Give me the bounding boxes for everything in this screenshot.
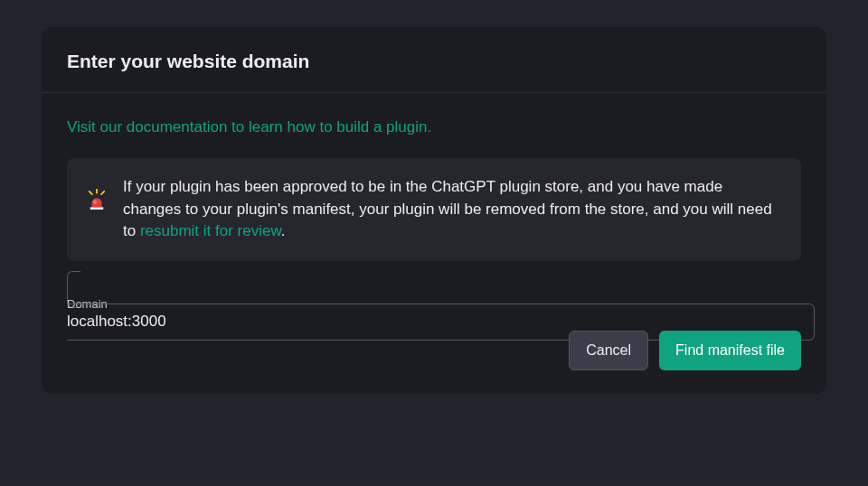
warning-text-after: . xyxy=(281,222,286,239)
modal-body: Visit our documentation to learn how to … xyxy=(42,93,826,394)
find-manifest-button[interactable]: Find manifest file xyxy=(659,331,801,370)
warning-box: If your plugin has been approved to be i… xyxy=(67,158,801,261)
domain-modal: Enter your website domain Visit our docu… xyxy=(42,27,826,394)
siren-icon xyxy=(87,189,107,210)
modal-title: Enter your website domain xyxy=(67,51,801,72)
cancel-button[interactable]: Cancel xyxy=(569,331,648,370)
warning-text: If your plugin has been approved to be i… xyxy=(123,176,781,243)
documentation-link[interactable]: Visit our documentation to learn how to … xyxy=(67,118,431,136)
svg-line-4 xyxy=(101,192,104,194)
svg-point-1 xyxy=(93,201,97,204)
modal-header: Enter your website domain xyxy=(42,27,826,93)
resubmit-link[interactable]: resubmit it for review xyxy=(140,222,281,239)
svg-line-3 xyxy=(90,192,92,194)
domain-input[interactable] xyxy=(67,313,801,331)
svg-rect-0 xyxy=(90,207,104,210)
domain-input-label: Domain xyxy=(67,297,801,311)
